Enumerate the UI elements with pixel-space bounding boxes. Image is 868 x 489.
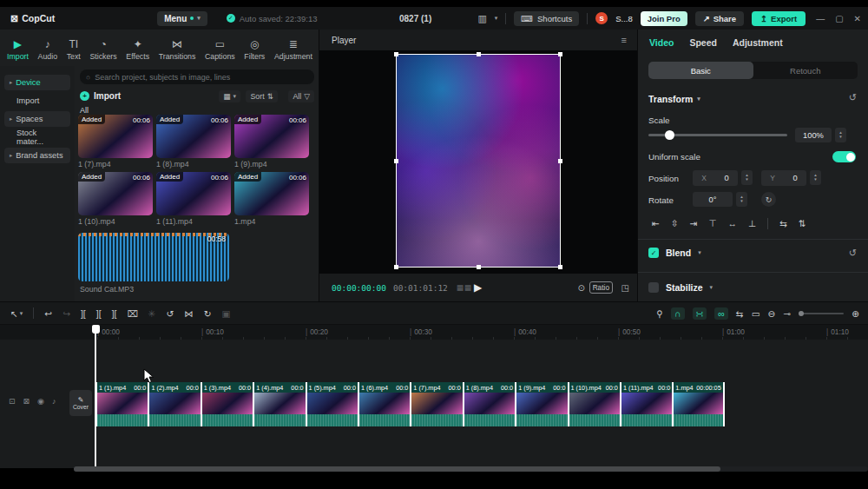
tab-captions[interactable]: ▭ Captions	[205, 33, 235, 66]
collapse-chevron-icon[interactable]: ▾	[710, 284, 713, 291]
resize-handle[interactable]	[477, 265, 481, 269]
subtab-basic[interactable]: Basic	[648, 62, 753, 79]
media-thumbnail[interactable]: Added 00:06	[234, 115, 309, 158]
media-thumbnail[interactable]: Added 00:06	[156, 115, 231, 158]
zoom-slider[interactable]	[799, 313, 844, 314]
tab-import[interactable]: ▶ Import	[7, 33, 29, 66]
scrollbar-thumb[interactable]	[74, 466, 720, 472]
reset-blend-icon[interactable]: ↺	[849, 248, 857, 259]
props-tab-video[interactable]: Video	[649, 37, 674, 48]
import-media-button[interactable]: + Import	[80, 91, 121, 101]
1 (7).mp4[interactable]: 1 (7).mp4 00:0	[410, 382, 462, 426]
scale-stepper[interactable]: ▲▼	[835, 128, 846, 142]
redo-icon[interactable]: ↪ ▾	[62, 308, 70, 319]
fullscreen-icon[interactable]: ◳	[621, 283, 629, 293]
resize-handle[interactable]	[558, 52, 562, 56]
mute-track-icon[interactable]: ♪	[52, 397, 56, 406]
record-voiceover-icon[interactable]: ⚲	[656, 308, 663, 319]
mirror-icon[interactable]: ⋈ ▾	[184, 308, 194, 319]
scale-slider-thumb[interactable]	[665, 130, 674, 140]
props-tab-adjustment[interactable]: Adjustment	[733, 37, 783, 48]
filter-button[interactable]: All ▽	[288, 90, 314, 102]
rotate-90-button[interactable]: ↻	[761, 192, 776, 207]
stabilize-checkbox[interactable]: ✓	[648, 282, 659, 293]
position-y-field[interactable]: Y 0	[761, 170, 806, 186]
tab-effects[interactable]: ✦ Effects	[126, 33, 149, 66]
reverse-icon[interactable]: ↺ ▾	[166, 308, 174, 319]
1 (10).mp4[interactable]: 1 (10).mp4 00:0	[568, 382, 620, 426]
position-x-field[interactable]: X 0	[693, 170, 738, 186]
1 (11).mp4[interactable]: Added 00:06 1 (11).mp4	[156, 172, 231, 226]
position-x-stepper[interactable]: ▲▼	[741, 170, 753, 185]
playhead-handle[interactable]	[92, 325, 100, 334]
main-track-magnet-icon[interactable]: ∩	[671, 307, 685, 320]
1.mp4[interactable]: 1.mp4 00:00:05	[672, 382, 724, 426]
timeline-tool[interactable]: ▾	[33, 307, 34, 319]
maximize-button[interactable]: ▢	[835, 14, 843, 23]
search-input[interactable]	[95, 73, 308, 82]
position-y-stepper[interactable]: ▲▼	[810, 170, 821, 185]
align-left-icon[interactable]: ⇤	[652, 218, 660, 228]
minimize-button[interactable]: —	[816, 14, 825, 23]
1 (11).mp4[interactable]: 1 (11).mp4 00:0	[620, 382, 672, 426]
preview-axis-icon[interactable]: ⇆	[736, 308, 744, 319]
subtab-retouch[interactable]: Retouch	[753, 62, 858, 79]
split-icon[interactable]: ][ ▾	[81, 308, 86, 319]
sidebar-item-device[interactable]: ▸ Device	[4, 75, 70, 90]
search-box[interactable]: ○	[80, 69, 314, 84]
1 (6).mp4[interactable]: 1 (6).mp4 00:0	[358, 382, 410, 426]
tab-text[interactable]: TI Text	[67, 33, 81, 66]
ratio-button[interactable]: Ratio	[589, 281, 613, 294]
edit-cover-button[interactable]: ✎ Cover	[69, 390, 92, 416]
sidebar-item-import[interactable]: ▸ Import	[4, 93, 70, 109]
collapse-track-icon[interactable]: ⊡	[9, 397, 16, 406]
player-canvas[interactable]	[319, 50, 637, 274]
media-thumbnail[interactable]: Added 00:06	[78, 172, 153, 215]
auto-snap-icon[interactable]: ∺	[693, 307, 707, 320]
rotate-icon[interactable]: ↻ ▾	[204, 308, 212, 319]
transform-section-header[interactable]: Transform ▾	[648, 94, 700, 104]
tab-transitions[interactable]: ⋈ Transitions	[159, 33, 196, 66]
sidebar-item-stock-materials[interactable]: ▸ Stock mater...	[4, 129, 70, 145]
fit-timeline-icon[interactable]: ⊸	[783, 308, 791, 319]
tab-audio[interactable]: ♪ Audio	[38, 33, 58, 66]
1 (2).mp4[interactable]: 1 (2).mp4 00:0	[148, 382, 200, 426]
1 (1).mp4[interactable]: 1 (1).mp4 00:0	[95, 382, 148, 426]
rotate-stepper[interactable]: ▲▼	[736, 192, 747, 207]
play-button[interactable]: ▶	[474, 281, 482, 294]
freeze-icon[interactable]: ✳ ▾	[148, 308, 156, 319]
horizontal-scrollbar[interactable]	[74, 466, 868, 472]
1 (4).mp4[interactable]: 1 (4).mp4 00:0	[253, 382, 305, 426]
1 (8).mp4[interactable]: 1 (8).mp4 00:0	[463, 382, 515, 426]
1 (5).mp4[interactable]: 1 (5).mp4 00:0	[306, 382, 358, 426]
join-pro-button[interactable]: Join Pro	[641, 11, 687, 26]
distribute-vertical-icon[interactable]: ⇅	[799, 218, 806, 228]
align-right-icon[interactable]: ⇥	[690, 218, 698, 228]
uniform-scale-toggle[interactable]	[832, 151, 856, 162]
align-top-icon[interactable]: ⊤	[708, 218, 716, 228]
collapse-chevron-icon[interactable]: ▾	[698, 249, 701, 256]
account-label[interactable]: S...8	[615, 14, 633, 23]
align-center-horizontal-icon[interactable]: ↔	[728, 218, 738, 228]
media-thumbnail[interactable]: Added 00:06	[156, 172, 231, 215]
1 (10).mp4[interactable]: Added 00:06 1 (10).mp4	[78, 172, 153, 226]
resize-handle[interactable]	[558, 265, 562, 269]
resize-handle[interactable]	[394, 159, 398, 163]
1 (9).mp4[interactable]: 1 (9).mp4 00:0	[515, 382, 567, 426]
sidebar-item-spaces[interactable]: ▸ Spaces	[4, 111, 70, 127]
blend-checkbox[interactable]: ✓	[648, 248, 659, 258]
delete-right-icon[interactable]: ][ ▾	[112, 308, 117, 319]
1 (9).mp4[interactable]: Added 00:06 1 (9).mp4	[234, 115, 309, 169]
rotate-value-field[interactable]: 0°	[693, 192, 733, 207]
resize-handle[interactable]	[477, 52, 481, 56]
align-center-vertical-icon[interactable]: ⇳	[671, 218, 679, 228]
align-icon[interactable]	[767, 218, 768, 229]
player-menu-icon[interactable]: ≡	[621, 35, 627, 45]
timeline-zoom-slider[interactable]	[799, 313, 844, 314]
media-thumbnail[interactable]: Added 00:06	[234, 172, 309, 215]
resize-handle[interactable]	[394, 52, 398, 56]
select-tool-icon[interactable]: ↖ ▾	[10, 308, 23, 319]
delete-icon[interactable]: ⌧ ▾	[127, 308, 137, 319]
1.mp4[interactable]: Added 00:06 1.mp4	[234, 172, 309, 226]
close-button[interactable]: ✕	[854, 14, 861, 23]
